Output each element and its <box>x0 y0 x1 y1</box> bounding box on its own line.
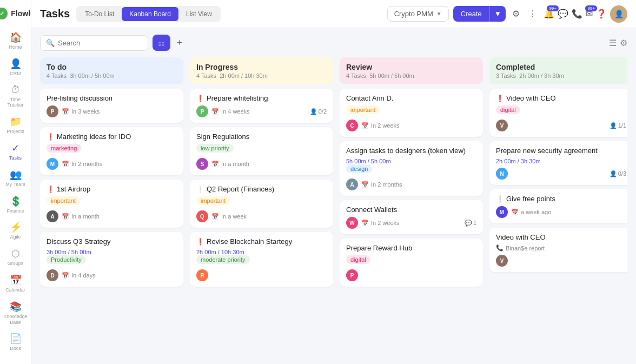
calendar-icon: 📅 <box>62 213 69 220</box>
chat-icon[interactable]: 💬 <box>558 9 568 19</box>
card-assign-tasks-designers[interactable]: Assign tasks to designers (token view) 5… <box>340 141 483 196</box>
sidebar-item-docs[interactable]: 📄 Docs <box>2 329 29 355</box>
sidebar-item-calendar[interactable]: 📅 Calendar <box>2 271 29 296</box>
card-prepare-whitelisting[interactable]: ❗ Prepare whitelisting P 📅 In 4 weeks <box>190 89 333 123</box>
card-connect-wallets[interactable]: Connect Wallets W 📅 In 2 weeks 💬 <box>340 200 483 234</box>
card-title: ❗ Revise Blockchain Startegy <box>196 237 327 246</box>
add-column-button[interactable]: + <box>175 35 185 51</box>
sidebar-item-time-tracker[interactable]: ⏱ Time Tracker <box>2 81 29 112</box>
sidebar-item-tasks[interactable]: ✓ Tasks <box>2 139 29 164</box>
card-video-ceo[interactable]: ❗ Video with CEO digital V 👤 1/1 <box>489 89 627 137</box>
followers-icon: 👤 <box>610 170 617 177</box>
avatar: W <box>346 217 358 229</box>
sidebar-item-my-team[interactable]: 👥 My Team <box>2 166 29 191</box>
col-cards-inprogress: ❗ Prepare whitelisting P 📅 In 4 weeks <box>190 89 333 353</box>
sidebar-item-groups[interactable]: ⬡ Groups <box>2 244 29 270</box>
create-button[interactable]: Create <box>453 6 489 22</box>
avatar: P <box>346 269 358 281</box>
logo-text: Flowlu <box>11 9 31 18</box>
avatar: P <box>47 105 58 117</box>
sidebar-item-projects[interactable]: 📁 Projects <box>2 112 29 138</box>
tab-todo-list[interactable]: To-Do List <box>77 7 122 21</box>
help-icon[interactable]: ❓ <box>596 9 607 19</box>
card-time: 3h 00m / 5h 00m <box>47 249 177 255</box>
card-marketing-ido[interactable]: ❗ Marketing ideas for IDO marketing M 📅 … <box>40 127 183 175</box>
project-selector[interactable]: Crypto PMM ▼ <box>387 6 449 22</box>
more-options-button[interactable]: ⋮ <box>526 6 539 21</box>
filter-icon-button[interactable]: ⚙ <box>620 38 627 48</box>
team-icon: 👥 <box>10 169 22 181</box>
bell-notification[interactable]: 🔔 99+ <box>544 9 554 19</box>
time-icon: ⏱ <box>11 84 21 96</box>
sidebar-item-finance[interactable]: 💲 Finance <box>2 192 29 217</box>
card-title: Prepare Reward Hub <box>346 244 476 252</box>
avatar: V <box>496 120 508 131</box>
avatar: V <box>496 255 508 267</box>
sidebar: ✓ Flowlu 🏠 Home 👤 CRM ⏱ Time Tracker 📁 P… <box>0 0 31 364</box>
sidebar-item-label: Finance <box>6 208 24 214</box>
card-title: ❗ Video with CEO <box>496 94 626 102</box>
card-q3-strategy[interactable]: Discuss Q3 Strategy 3h 00m / 5h 00m Prod… <box>40 232 183 287</box>
settings-button[interactable]: ⚙ <box>510 6 522 21</box>
card-revise-blockchain[interactable]: ❗ Revise Blockchain Startegy 2h 00m / 10… <box>190 232 333 287</box>
chevron-down-icon: ▼ <box>436 11 442 17</box>
card-pre-listing[interactable]: Pre-listing discussion P 📅 In 3 weeks <box>40 89 183 123</box>
sidebar-item-knowledge[interactable]: 📚 Knowledge Base <box>2 297 29 329</box>
sidebar-item-crm[interactable]: 👤 CRM <box>2 55 29 80</box>
card-contact-ann[interactable]: Contact Ann D. important C 📅 In 2 weeks <box>340 89 483 137</box>
home-icon: 🏠 <box>10 31 22 43</box>
card-title: ❕ Give free points <box>496 195 626 203</box>
phone-icon[interactable]: 📞 <box>572 9 582 19</box>
crm-icon: 👤 <box>10 58 22 70</box>
tag-productivity: Productivity <box>47 255 86 264</box>
card-footer: V <box>496 255 626 267</box>
card-footer: V 👤 1/1 <box>496 120 626 131</box>
priority-red-icon: ❗ <box>196 95 204 102</box>
logo-icon: ✓ <box>0 8 8 19</box>
filter-button[interactable]: ⚏ <box>153 35 170 51</box>
agile-icon: ⚡ <box>10 221 22 233</box>
calendar-icon: 📅 <box>361 220 369 227</box>
card-date: 📅 In 4 days <box>62 272 96 279</box>
page-title: Tasks <box>40 8 70 20</box>
card-time: 2h 00m / 3h 30m <box>496 158 626 164</box>
avatar: S <box>196 158 208 170</box>
card-give-free-points[interactable]: ❕ Give free points M 📅 a week ago <box>489 189 627 223</box>
card-security-agreement[interactable]: Prepare new security agreement 2h 00m / … <box>489 141 627 185</box>
avatar: A <box>346 178 358 190</box>
col-title-todo: To do <box>47 63 177 71</box>
sidebar-item-label: Projects <box>6 129 24 135</box>
message-notification[interactable]: ✉ 99+ <box>586 9 593 19</box>
card-video-ceo-binan[interactable]: Video with CEO 📞 Binan$e report V <box>489 228 627 272</box>
notification-icons: 🔔 99+ 💬 📞 ✉ 99+ ❓ 👤 <box>544 5 627 23</box>
user-avatar[interactable]: 👤 <box>610 5 627 23</box>
sidebar-item-home[interactable]: 🏠 Home <box>2 28 29 54</box>
priority-red-icon: ❗ <box>196 238 204 246</box>
card-title: Prepare new security agreement <box>496 147 626 155</box>
card-subtitle: 📞 Binan$e report <box>496 244 626 252</box>
card-footer: W 📅 In 2 weeks 💬 1 <box>346 217 476 229</box>
search-box: 🔍 <box>40 35 148 51</box>
sidebar-item-agile[interactable]: ⚡ Agile <box>2 218 29 243</box>
col-header-completed: Completed 3 Tasks 2h 00m / 3h 30m <box>489 57 627 84</box>
sidebar-item-label: Docs <box>10 346 21 352</box>
topbar-right: Crypto PMM ▼ Create ▼ ⚙ ⋮ 🔔 99+ 💬 📞 ✉ 99… <box>387 5 627 23</box>
card-q2-report[interactable]: ❕ Q2 Report (Finances) important Q 📅 In … <box>190 180 333 228</box>
tab-kanban[interactable]: Kanban Board <box>122 7 178 21</box>
card-followers: 👤 0/2 <box>310 108 327 115</box>
phone-sub-icon: 📞 <box>496 244 504 252</box>
sort-button[interactable]: ☰ <box>609 38 617 48</box>
sidebar-logo[interactable]: ✓ Flowlu <box>0 4 31 23</box>
card-airdrop[interactable]: ❗ 1st Airdrop important A 📅 In a month <box>40 180 183 228</box>
card-sign-regulations[interactable]: Sign Regulations low priority S 📅 In a m… <box>190 127 333 175</box>
create-button-group: Create ▼ <box>453 6 506 22</box>
avatar: M <box>496 206 508 218</box>
card-prepare-reward-hub[interactable]: Prepare Reward Hub digital P <box>340 239 483 287</box>
search-input[interactable] <box>58 39 142 47</box>
avatar: D <box>47 269 58 281</box>
create-dropdown-button[interactable]: ▼ <box>489 6 506 22</box>
card-footer: P 📅 In 4 weeks 👤 0/2 <box>196 105 327 117</box>
tag-important: important <box>47 196 80 205</box>
tab-list-view[interactable]: List View <box>178 7 220 21</box>
card-date: 📅 In a month <box>211 161 249 168</box>
